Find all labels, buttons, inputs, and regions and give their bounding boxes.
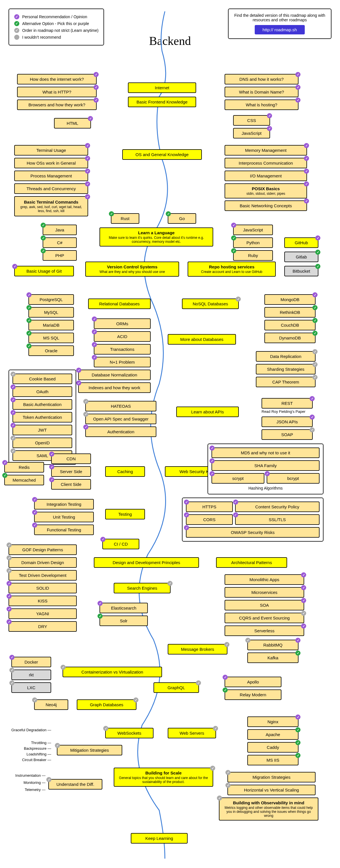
node-bitbucket[interactable]: ✓Bitbucket [284, 266, 318, 276]
node-acid[interactable]: ✓ACID [94, 331, 151, 342]
node-neo4j[interactable]: ✓Neo4j [34, 700, 68, 710]
node-owasp[interactable]: ✓OWASP Security Risks [186, 527, 319, 538]
node-transactions[interactable]: ✓Transactions [94, 344, 151, 354]
node-openapi[interactable]: ✓Open API Spec and Swagger [85, 414, 156, 424]
node-postgresql[interactable]: ✓PostgreSQL [28, 294, 74, 305]
node-rethinkdb[interactable]: ✓RethinkDB [265, 307, 315, 317]
node-relay[interactable]: ✓Relay Modern [224, 689, 281, 700]
node-dns[interactable]: ✓DNS and how it works? [224, 74, 299, 85]
node-caddy[interactable]: ✓Caddy [247, 742, 299, 752]
node-csp[interactable]: ✓Content Security Policy [235, 501, 319, 512]
node-basic-auth[interactable]: ✓Basic Authentication [12, 399, 72, 410]
node-mitigation[interactable]: ✓Mitigation Strategies [57, 745, 122, 755]
node-memory-mgmt[interactable]: ✓Memory Management [224, 145, 307, 156]
node-repo-hosting[interactable]: Repo hosting servicesCreate account and … [188, 261, 276, 277]
node-how-internet[interactable]: ✓How does the internet work? [17, 74, 97, 85]
node-cap[interactable]: ✓CAP Theorem [256, 377, 315, 387]
node-ssl[interactable]: ✓SSL/TLS [235, 514, 319, 525]
node-internet[interactable]: Internet [128, 83, 196, 93]
node-css[interactable]: ✓CSS [233, 115, 270, 126]
node-ipc[interactable]: ✓Interprocess Communication [224, 158, 307, 168]
node-mssql[interactable]: ✓MS SQL [28, 333, 74, 343]
node-couchdb[interactable]: ✓CouchDB [265, 320, 315, 330]
node-php[interactable]: ✓PHP [43, 250, 77, 261]
node-docker[interactable]: ✓Docker [11, 657, 51, 667]
node-ddd[interactable]: ✓Domain Driven Design [8, 557, 77, 568]
node-json-apis[interactable]: ✓JSON APIs [261, 416, 313, 427]
node-cors[interactable]: ✓CORS [186, 514, 233, 525]
node-go[interactable]: ✓Go [168, 213, 196, 224]
node-python[interactable]: ✓Python [233, 238, 273, 248]
node-sharding[interactable]: ✓Sharding Strategies [256, 364, 315, 374]
node-cicd[interactable]: ✓CI / CD [102, 539, 139, 549]
node-n1[interactable]: ✓N+1 Problem [94, 357, 151, 367]
node-solid[interactable]: ✓SOLID [8, 583, 77, 593]
node-client-side[interactable]: ✓Client Side [51, 479, 91, 490]
node-horizontal-vertical[interactable]: ✓Horizontal vs Vertical Scaling [227, 785, 315, 795]
node-elasticsearch[interactable]: ✓Elasticsearch [99, 603, 148, 613]
node-rust[interactable]: ✓Rust [111, 213, 139, 224]
node-bcrypt[interactable]: ✓bcrypt [267, 473, 319, 484]
node-monolithic[interactable]: ✓Monolithic Apps [224, 574, 304, 585]
node-learn-apis[interactable]: Learn about APIs [176, 407, 239, 417]
node-io-mgmt[interactable]: ✓I/O Management [224, 170, 307, 181]
node-browsers[interactable]: ✓Browsers and how they work? [17, 99, 97, 110]
node-basic-networking[interactable]: ✓Basic Networking Concepts [224, 200, 307, 211]
node-lxc[interactable]: ✓LXC [11, 682, 51, 693]
node-data-replication[interactable]: ✓Data Replication [256, 351, 315, 362]
node-understand-diff[interactable]: ✓Understand the Diff. [48, 779, 102, 789]
node-basic-git[interactable]: ✓Basic Usage of Git [14, 266, 74, 276]
node-integration-test[interactable]: ✓Integration Testing [34, 499, 94, 509]
node-message-brokers[interactable]: ✓Message Brokers [168, 644, 227, 654]
node-apache[interactable]: ✓Apache [247, 729, 299, 740]
node-how-os[interactable]: ✓How OSs work in General [14, 158, 88, 168]
node-posix[interactable]: ✓POSIX Basicsstdin, stdout, stderr, pipe… [224, 183, 307, 198]
node-sha[interactable]: ✓SHA Family [212, 460, 319, 471]
node-orms[interactable]: ✓ORMs [94, 318, 151, 329]
node-design-principles[interactable]: Design and Development Principles [94, 557, 199, 568]
node-migration[interactable]: ✓Migration Strategies [227, 772, 315, 782]
node-vcs[interactable]: Version Control SystemsWhat are they and… [85, 261, 179, 277]
node-hateoas[interactable]: ✓HATEOAS [85, 401, 156, 411]
node-server-side[interactable]: ✓Server Side [51, 466, 91, 477]
node-authentication[interactable]: ✓Authentication [85, 427, 156, 437]
node-oracle[interactable]: ✓Oracle [28, 345, 74, 356]
node-html[interactable]: ✓HTML [54, 118, 91, 128]
node-keep-learning[interactable]: Keep Learning [131, 833, 188, 843]
node-containerization[interactable]: ✓Containerization vs Virtualization [63, 667, 162, 677]
node-soa[interactable]: ✓SOA [224, 600, 304, 611]
node-cdn[interactable]: ✓CDN [51, 454, 91, 464]
node-memcached[interactable]: ✓Memcached [4, 475, 44, 485]
node-token-auth[interactable]: ✓Token Authentication [12, 412, 72, 423]
node-domain-name[interactable]: ✓What is Domain Name? [224, 87, 299, 97]
node-apollo[interactable]: ✓Apollo [224, 677, 281, 687]
node-dry[interactable]: ✓DRY [8, 621, 77, 632]
node-csharp[interactable]: ✓C# [43, 238, 77, 248]
node-graph-db[interactable]: ✓Graph Databases [77, 700, 136, 710]
node-oauth[interactable]: ✓OAuth [12, 386, 72, 397]
node-what-http[interactable]: ✓What is HTTP? [17, 87, 97, 97]
node-graphql[interactable]: ✓GraphQL [154, 682, 199, 693]
node-gitlab[interactable]: ✓Gitlab [284, 252, 318, 262]
node-relational-db[interactable]: Relational Databases [88, 299, 151, 309]
node-nginx[interactable]: ✓Nginx [247, 716, 299, 727]
node-nosql-db[interactable]: ✓NoSQL Databases [182, 299, 239, 309]
node-kiss[interactable]: ✓KISS [8, 596, 77, 606]
node-tdd[interactable]: ✓Test Driven Development [8, 570, 77, 581]
node-cqrs[interactable]: ✓CQRS and Event Sourcing [224, 613, 304, 623]
node-more-db[interactable]: More about Databases [168, 334, 236, 345]
node-threads[interactable]: ✓Threads and Concurrency [14, 183, 88, 194]
node-basic-terminal[interactable]: ✓Basic Terminal Commandsgrep, awk, sed, … [14, 196, 88, 216]
node-msiis[interactable]: ✓MS IIS [247, 755, 299, 765]
node-java[interactable]: ✓Java [43, 225, 77, 235]
node-functional-test[interactable]: ✓Functional Testing [34, 525, 94, 535]
node-terminal[interactable]: ✓Terminal Usage [14, 145, 88, 156]
node-building-scale[interactable]: ✓Building for ScaleGeneral topics that y… [114, 768, 213, 787]
node-kafka[interactable]: ✓Kafka [247, 652, 299, 663]
node-unit-test[interactable]: ✓Unit Testing [34, 512, 94, 522]
roadmap-link[interactable]: http:// roadmap.sh [255, 25, 305, 34]
node-mariadb[interactable]: ✓MariaDB [28, 320, 74, 330]
node-scrypt[interactable]: ✓scrypt [212, 473, 265, 484]
node-mysql[interactable]: ✓MySQL [28, 307, 74, 317]
node-cookie[interactable]: ✓Cookie Based [12, 374, 72, 384]
